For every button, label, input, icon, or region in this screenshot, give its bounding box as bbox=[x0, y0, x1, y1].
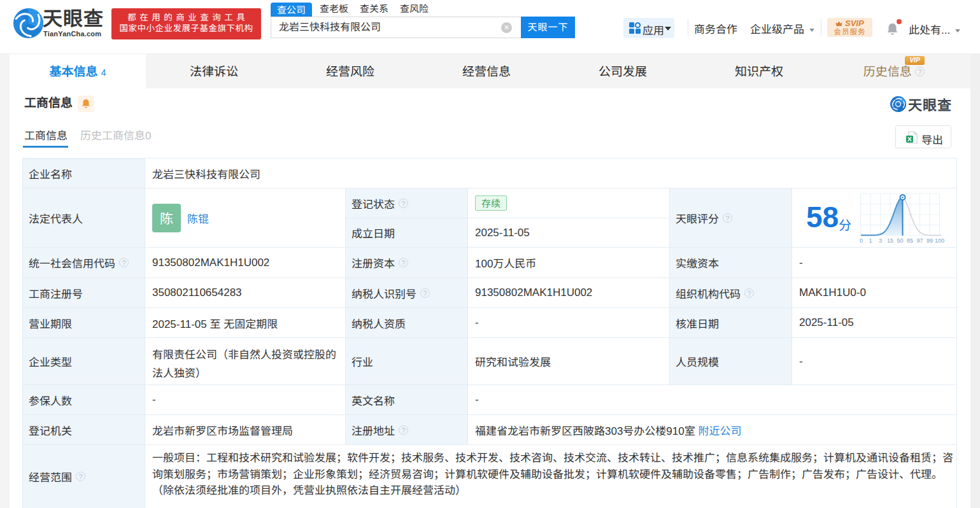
svg-text:85: 85 bbox=[907, 237, 913, 244]
svg-text:99: 99 bbox=[927, 237, 933, 244]
svg-text:50: 50 bbox=[897, 237, 903, 244]
svg-text:97: 97 bbox=[916, 237, 923, 244]
svg-text:0: 0 bbox=[860, 237, 863, 244]
svg-text:1: 1 bbox=[869, 237, 872, 244]
svg-text:3: 3 bbox=[879, 237, 882, 244]
svg-text:15: 15 bbox=[887, 237, 893, 244]
svg-text:100: 100 bbox=[935, 237, 944, 244]
